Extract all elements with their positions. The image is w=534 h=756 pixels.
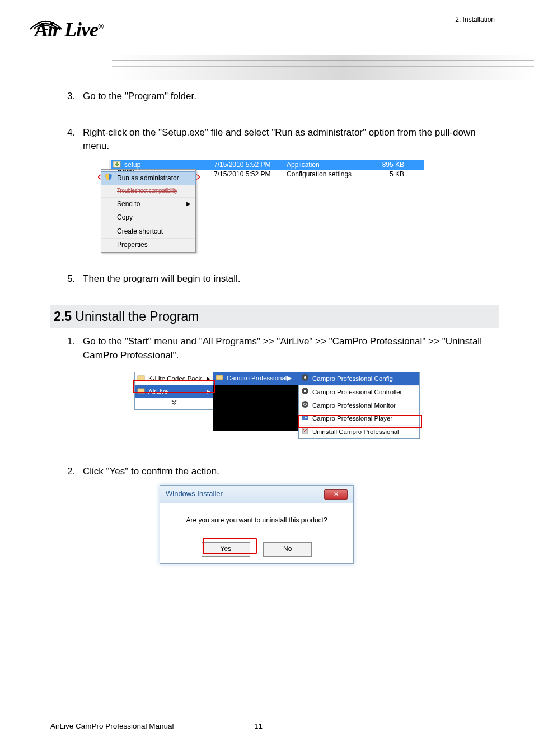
- context-properties[interactable]: Properties: [101, 238, 195, 251]
- file-size: 5 KB: [371, 170, 407, 179]
- context-send-to[interactable]: Send to▶: [101, 197, 195, 211]
- close-button[interactable]: ✕: [324, 489, 348, 500]
- context-create-shortcut[interactable]: Create shortcut: [101, 225, 195, 238]
- section-heading: 2.5 Uninstall the Program: [50, 305, 499, 328]
- uninstall-icon: [301, 427, 310, 435]
- step-text: Go to the "Start" menu and "All Programs…: [83, 335, 493, 362]
- step-number: 4.: [67, 126, 83, 153]
- submenu-arrow-icon: ▶: [207, 375, 210, 382]
- svg-rect-4: [138, 376, 144, 380]
- menu-campro-monitor[interactable]: Campro Professional Monitor: [299, 399, 419, 412]
- folder-icon: [137, 374, 146, 382]
- registered-mark: ®: [98, 22, 103, 31]
- step-number: 3.: [67, 90, 83, 104]
- chevron-down-icon: [171, 399, 177, 406]
- folder-icon: [216, 373, 224, 381]
- logo: Air Live®: [35, 18, 103, 41]
- menu-campro-config[interactable]: Campro Professional Config: [299, 372, 419, 385]
- player-icon: [301, 413, 310, 422]
- step-text: Right-click on the "Setup.exe" file and …: [83, 126, 493, 153]
- screenshot-dialog: Windows Installer ✕ Are you sure you wan…: [160, 485, 353, 564]
- svg-point-8: [304, 376, 306, 379]
- menu-campro-controller[interactable]: Campro Professional Controller: [299, 385, 419, 399]
- yes-button[interactable]: Yes: [202, 542, 250, 556]
- header-separator: [112, 55, 534, 80]
- file-date: 7/15/2010 5:52 PM: [214, 160, 287, 170]
- file-type: Application: [287, 160, 371, 170]
- svg-rect-6: [216, 375, 223, 380]
- submenu-arrow-icon: ▶: [207, 388, 210, 395]
- submenu-arrow-icon: ▶: [186, 200, 191, 208]
- section-title: Uninstall the Program: [72, 309, 199, 324]
- breadcrumb: 2. Installation: [455, 16, 495, 24]
- file-name: setup: [123, 160, 214, 170]
- installer-icon: [113, 161, 121, 169]
- monitor-icon: [301, 400, 310, 409]
- menu-klite[interactable]: K-Lite Codec Pack▶: [135, 372, 213, 385]
- logo-text: Air Live: [35, 18, 98, 41]
- config-icon: [301, 374, 310, 382]
- file-row-selected[interactable]: setup 7/15/2010 5:52 PM Application 895 …: [111, 160, 424, 170]
- file-type: Configuration settings: [287, 170, 371, 179]
- step-text: Then the program will begin to install.: [83, 272, 493, 286]
- context-run-as-admin[interactable]: Run as administrator: [101, 171, 196, 185]
- footer-text: AirLive CamPro Professional Manual: [50, 722, 174, 730]
- screenshot-start-menu: K-Lite Codec Pack▶ AirLive▶ Campro Profe…: [134, 369, 493, 438]
- svg-point-11: [302, 401, 308, 408]
- controller-icon: [301, 387, 310, 395]
- menu-uninstall-campro[interactable]: Uninstall Campro Professional: [299, 425, 419, 438]
- no-button[interactable]: No: [263, 542, 312, 556]
- dialog-title: Windows Installer: [166, 489, 223, 500]
- context-menu: Open Run as administrator Troubleshoot c…: [101, 169, 196, 253]
- folder-icon: [137, 386, 146, 395]
- menu-campro-player[interactable]: Campro Professional Player: [299, 412, 419, 425]
- dialog-message: Are you sure you want to uninstall this …: [169, 516, 344, 525]
- svg-rect-10: [304, 390, 306, 392]
- shield-icon: [105, 173, 113, 181]
- step-text: Click "Yes" to confirm the action.: [83, 465, 493, 479]
- file-size: 895 KB: [371, 160, 407, 170]
- page-number: 11: [254, 722, 263, 730]
- file-date: 7/15/2010 5:52 PM: [214, 170, 287, 179]
- submenu-background: [213, 385, 299, 431]
- dialog-titlebar: Windows Installer ✕: [160, 486, 353, 503]
- section-number: 2.5: [54, 309, 72, 324]
- context-troubleshoot[interactable]: Troubleshoot compatibility: [101, 185, 195, 197]
- screenshot-explorer: setup 7/15/2010 5:52 PM Application 895 …: [67, 160, 493, 248]
- step-number: 1.: [67, 335, 83, 362]
- submenu-arrow-icon: ▶: [287, 375, 292, 381]
- step-text: Go to the "Program" folder.: [83, 90, 493, 104]
- context-copy[interactable]: Copy: [101, 211, 195, 224]
- step-number: 5.: [67, 272, 83, 286]
- menu-campro-professional[interactable]: Campro Professional▶: [213, 372, 299, 385]
- menu-expand-chevron[interactable]: [135, 398, 213, 410]
- step-number: 2.: [67, 465, 83, 479]
- svg-rect-5: [138, 389, 144, 393]
- menu-airlive[interactable]: AirLive▶: [135, 385, 213, 398]
